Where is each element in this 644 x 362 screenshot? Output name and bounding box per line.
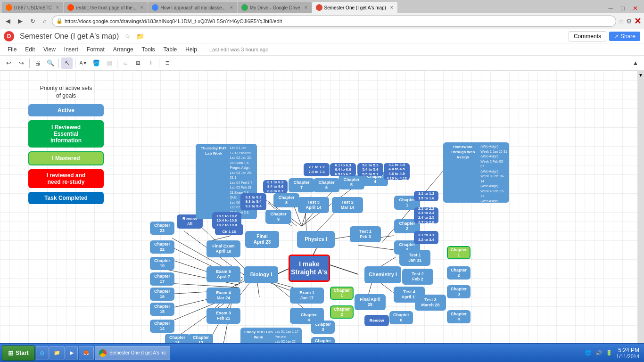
volume-icon[interactable]: 🔊 xyxy=(595,350,602,356)
close-button[interactable]: ✕ xyxy=(630,3,640,13)
node-sections-41-45[interactable]: 4.1 to 4.44.4 to 4.54.6 to 4.94.10 to 4.… xyxy=(384,163,410,180)
tab-btc[interactable]: 0.887 USD/mBTC ✕ xyxy=(2,2,63,13)
node-physics[interactable]: Physics I xyxy=(297,231,335,248)
legend-restudy[interactable]: I reviewed andneed re-study xyxy=(28,169,104,188)
node-test2-mar14[interactable]: Test 2Mar 14 xyxy=(332,197,363,213)
node-chap1-bio[interactable]: Chapter1 xyxy=(330,287,354,300)
node-chap4-chem[interactable]: Chapter4 xyxy=(447,310,471,323)
node-chemistry[interactable]: Chemistry I xyxy=(364,266,401,283)
node-chap5-phys[interactable]: Chapter5 xyxy=(339,175,364,189)
comments-button[interactable]: Comments xyxy=(569,31,606,41)
node-chap23[interactable]: Chapter23 xyxy=(150,222,174,235)
node-chap1-chem[interactable]: Chapter1 xyxy=(447,246,471,259)
menu-format[interactable]: Format xyxy=(83,45,108,54)
tab-close[interactable]: ✕ xyxy=(304,5,308,10)
print-button[interactable]: 🖨 xyxy=(32,58,43,69)
share-button[interactable]: ↗ Share xyxy=(609,32,640,41)
bookmark-icon[interactable]: ☆ xyxy=(618,17,624,25)
node-test1-feb3[interactable]: Test 1Feb 3 xyxy=(350,226,381,242)
node-chap3-chem[interactable]: Chapter3 xyxy=(447,285,471,298)
node-exam6[interactable]: Exam 6April 7 xyxy=(206,266,240,282)
line-color-button[interactable]: A▼ xyxy=(78,58,89,69)
node-chap6-chem[interactable]: Chapter6 xyxy=(389,311,413,324)
taskbar-explorer[interactable]: 📁 xyxy=(50,346,65,360)
legend-mastered[interactable]: I Mastered xyxy=(28,151,104,165)
legend-completed[interactable]: Task Completed xyxy=(28,192,104,204)
legend-active[interactable]: Active xyxy=(28,104,104,116)
node-exam1[interactable]: Exam 1Jan 17 xyxy=(290,288,324,304)
node-sections-31-34[interactable]: 3.1 to 3.13.2 to 3.4 xyxy=(414,231,438,244)
tab-reddit[interactable]: reddit: the front page of the... ✕ xyxy=(64,2,148,13)
address-bar[interactable]: 🔒 https://docs.google.com/drawings/d/183… xyxy=(52,16,616,27)
node-chap8[interactable]: Chapter8 xyxy=(273,193,299,207)
image-button[interactable]: 🖼 xyxy=(132,58,144,69)
menu-table[interactable]: Table xyxy=(160,45,181,54)
node-sections-71-72[interactable]: 7.1 to 7.27.3 to 7.4 xyxy=(304,163,330,176)
node-sections-50-57[interactable]: 5.0 to 5.35.4 to 5.65.5 to 5.7 xyxy=(357,163,383,176)
network-icon[interactable]: 🌐 xyxy=(585,350,592,356)
select-tool[interactable]: ↖ xyxy=(61,58,73,69)
menu-file[interactable]: File xyxy=(4,45,20,54)
fill-color-button[interactable]: 🪣 xyxy=(91,58,102,69)
menu-help[interactable]: Help xyxy=(182,45,201,54)
node-chap15[interactable]: Chapter15 xyxy=(150,303,174,316)
node-sections-91-92[interactable]: 9.1 to 9.29.3 to 9.49.3 to 9.4 xyxy=(240,193,266,210)
menu-view[interactable]: View xyxy=(40,45,59,54)
node-chap9[interactable]: Chapter9 xyxy=(265,210,291,224)
forward-button[interactable]: ▶ xyxy=(15,16,25,26)
node-final-apr25[interactable]: Final April25 xyxy=(355,294,386,310)
folder-icon[interactable]: 📁 xyxy=(136,33,144,40)
node-test3-chem[interactable]: Test 3March 28 xyxy=(415,295,446,311)
node-test3-apr14[interactable]: Test 3April 14 xyxy=(298,197,329,213)
shapes-button[interactable]: ▭ xyxy=(120,58,131,69)
start-button[interactable]: ⊞ Start xyxy=(2,346,35,361)
taskbar-media[interactable]: ▶ xyxy=(66,346,78,360)
back-button[interactable]: ◀ xyxy=(3,16,13,26)
tab-semester[interactable]: Semester One (I get A's map) ✕ xyxy=(312,2,397,13)
node-big-review-numbers[interactable]: 10.1 to 10.210.4 to 10.610.7 to 10.8 xyxy=(212,212,241,229)
menu-edit[interactable]: Edit xyxy=(21,45,39,54)
node-final-apr18[interactable]: Final ExamApril 18 xyxy=(206,240,240,257)
node-chap16[interactable]: Chapter16 xyxy=(150,288,174,301)
arrange-button[interactable]: ☰ xyxy=(162,58,173,69)
node-chap14[interactable]: Chapter14 xyxy=(150,320,174,333)
tab-close[interactable]: ✕ xyxy=(56,5,59,10)
menu-arrange[interactable]: Arrange xyxy=(109,45,137,54)
node-sections-61-65[interactable]: 6.1 to 6.36.4 to 6.66.5 to 6.7 xyxy=(330,163,356,176)
textbox-button[interactable]: T xyxy=(145,58,157,69)
node-test2-chem[interactable]: Test 2Feb 2 xyxy=(402,269,433,285)
border-color-button[interactable]: ⬜ xyxy=(103,58,115,69)
node-chap6-phys[interactable]: Chapter6 xyxy=(314,178,339,192)
menu-tools[interactable]: Tools xyxy=(138,45,159,54)
node-biology[interactable]: Biology I xyxy=(244,266,278,283)
zoom-button[interactable]: 🔍 xyxy=(45,58,56,69)
collapse-button[interactable]: ▲ xyxy=(630,58,641,69)
node-sections-21-24[interactable]: 2.1 to 2.22.3 to 2.42.4 to 2.52.7 to 2.8 xyxy=(414,207,438,223)
battery-icon[interactable]: 🔋 xyxy=(606,350,612,356)
node-chap19[interactable]: Chapter19 xyxy=(150,257,174,270)
node-chap22[interactable]: Chapter22 xyxy=(150,240,174,254)
maximize-button[interactable]: □ xyxy=(618,3,628,13)
redo-button[interactable]: ↪ xyxy=(16,58,27,69)
taskbar-firefox[interactable]: 🦊 xyxy=(79,346,94,360)
node-web-assign[interactable]: Homework Through Web Assign (Web Asign) … xyxy=(443,142,509,203)
minimize-button[interactable]: ─ xyxy=(605,3,616,13)
star-icon[interactable]: ☆ xyxy=(124,33,131,40)
menu-insert[interactable]: Insert xyxy=(60,45,82,54)
home-button[interactable]: ⌂ xyxy=(40,16,50,26)
node-test1-chem[interactable]: Test 1Jan 31 xyxy=(399,250,430,266)
scroll-indicator[interactable]: ▼ xyxy=(637,71,644,362)
tab-close[interactable]: ✕ xyxy=(140,5,144,10)
node-center[interactable]: I makeStraight A's xyxy=(289,255,330,282)
canvas-container[interactable]: Priority of active setsof goals Active I… xyxy=(0,71,637,362)
legend-reviewed[interactable]: I ReviewedEssentialinformation xyxy=(28,120,104,148)
tab-close[interactable]: ✕ xyxy=(390,5,394,10)
tab-close[interactable]: ✕ xyxy=(230,5,233,10)
wrench-icon[interactable]: ⚙ xyxy=(626,17,632,25)
node-chap17[interactable]: Chapter17 xyxy=(150,272,174,286)
menu-icon[interactable]: ✕ xyxy=(634,16,641,26)
taskbar-ie[interactable]: e xyxy=(36,346,49,360)
node-final-apr23[interactable]: FinalApril 23 xyxy=(245,231,279,248)
node-sections-11-15[interactable]: 1.1 to 1.21.5 to 1.6 xyxy=(414,191,438,201)
node-review-chem[interactable]: Review xyxy=(364,315,389,326)
